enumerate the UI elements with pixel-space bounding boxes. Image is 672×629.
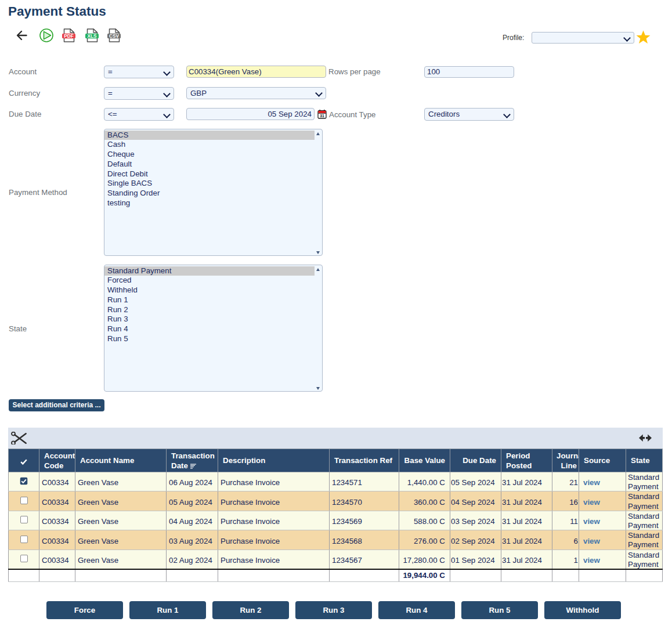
svg-text:31: 31: [320, 114, 324, 118]
svg-text:CSV: CSV: [109, 34, 119, 39]
svg-text:XLS: XLS: [88, 34, 97, 39]
svg-text:PDF: PDF: [64, 34, 73, 39]
